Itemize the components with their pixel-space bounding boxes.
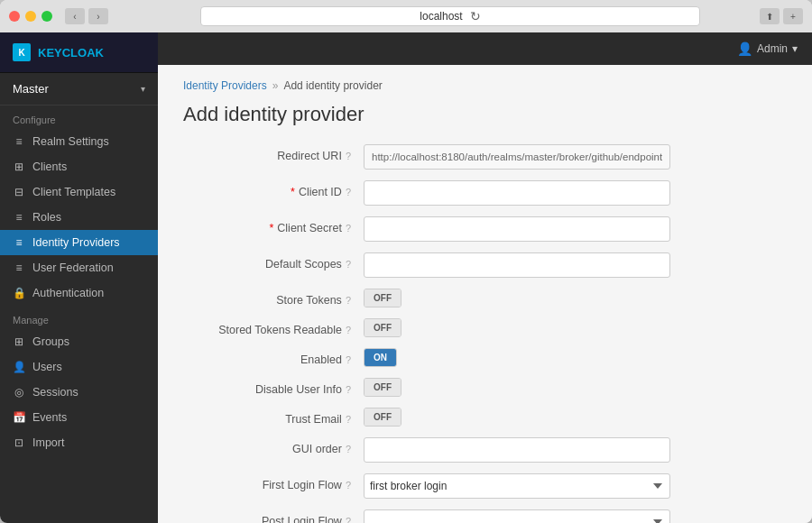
configure-section-label: Configure [0,106,158,129]
post-login-flow-select[interactable] [364,509,670,523]
admin-menu[interactable]: 👤 Admin ▾ [737,41,798,56]
sidebar-item-label: Identity Providers [32,236,120,249]
realm-selector[interactable]: Master ▾ [0,73,158,106]
realm-settings-icon: ≡ [13,135,25,148]
client-secret-row: * Client Secret ? [183,216,787,242]
stored-tokens-readable-label: Stored Tokens Readable ? [183,318,364,336]
default-scopes-help-icon[interactable]: ? [346,259,351,270]
sidebar-header: K KEYCLOAK [0,32,158,73]
client-secret-help-icon[interactable]: ? [346,223,351,234]
gui-order-input[interactable] [364,437,670,463]
enabled-help-icon[interactable]: ? [346,354,351,365]
client-id-control [364,180,787,206]
trust-email-help-icon[interactable]: ? [346,414,351,425]
sidebar-item-label: Events [32,411,67,424]
disable-user-info-help-icon[interactable]: ? [346,384,351,395]
redirect-uri-input[interactable] [364,144,670,170]
stored-tokens-help-icon[interactable]: ? [346,325,351,335]
page-title: Add identity provider [183,103,787,126]
sidebar-item-realm-settings[interactable]: ≡ Realm Settings [0,129,158,154]
identity-providers-icon: ≡ [13,236,25,249]
breadcrumb-link[interactable]: Identity Providers [183,79,267,92]
back-button[interactable]: ‹ [65,8,85,24]
sidebar-item-users[interactable]: 👤 Users [0,354,158,380]
gui-order-help-icon[interactable]: ? [346,444,351,454]
stored-tokens-readable-toggle[interactable]: OFF [364,318,401,337]
minimize-button[interactable] [25,11,36,22]
client-id-row: * Client ID ? [183,180,787,206]
realm-name: Master [13,82,49,96]
roles-icon: ≡ [13,211,25,224]
maximize-button[interactable] [42,11,52,22]
redirect-uri-label: Redirect URI ? [183,144,364,162]
logo-icon: K [13,43,31,61]
disable-user-info-toggle[interactable]: OFF [364,378,401,397]
keycloak-logo: KEYCLOAK [38,46,104,60]
default-scopes-label: Default Scopes ? [183,252,364,271]
disable-user-info-row: Disable User Info ? OFF [183,378,787,397]
sidebar-item-label: Client Templates [32,186,115,198]
redirect-uri-help-icon[interactable]: ? [346,151,351,161]
sidebar-item-groups[interactable]: ⊞ Groups [0,329,158,354]
admin-label: Admin [757,42,788,55]
stored-tokens-readable-control: OFF [364,318,787,337]
sessions-icon: ◎ [13,386,25,399]
sidebar-item-label: Roles [32,211,61,224]
identity-provider-form: Redirect URI ? * Client ID ? [183,144,787,523]
store-tokens-toggle[interactable]: OFF [364,289,401,307]
client-id-input[interactable] [364,180,670,206]
client-secret-control [364,216,787,242]
stored-tokens-readable-row: Stored Tokens Readable ? OFF [183,318,787,337]
default-scopes-row: Default Scopes ? [183,252,787,278]
sidebar-item-client-templates[interactable]: ⊟ Client Templates [0,179,158,205]
refresh-icon[interactable]: ↻ [470,9,481,23]
enabled-control: ON [364,348,787,367]
sidebar-item-authentication[interactable]: 🔒 Authentication [0,280,158,306]
client-id-help-icon[interactable]: ? [346,187,351,197]
client-secret-input[interactable] [364,216,670,242]
trust-email-toggle[interactable]: OFF [364,408,401,427]
sidebar-item-label: Sessions [32,386,78,399]
post-login-flow-label: Post Login Flow ? [183,509,364,523]
sidebar: K KEYCLOAK Master ▾ Configure ≡ Realm Se… [0,32,158,523]
new-tab-button[interactable]: + [783,8,803,24]
user-federation-icon: ≡ [13,262,25,274]
enabled-toggle[interactable]: ON [364,348,397,367]
first-login-flow-select[interactable]: first broker login [364,473,670,499]
topbar: 👤 Admin ▾ [158,32,812,65]
first-login-flow-label: First Login Flow ? [183,473,364,491]
forward-button[interactable]: › [88,8,108,24]
breadcrumb-current: Add identity provider [283,79,382,92]
sidebar-item-clients[interactable]: ⊞ Clients [0,154,158,179]
sidebar-item-user-federation[interactable]: ≡ User Federation [0,255,158,280]
first-login-flow-help-icon[interactable]: ? [346,480,351,491]
sidebar-item-roles[interactable]: ≡ Roles [0,205,158,230]
post-login-flow-help-icon[interactable]: ? [346,516,351,523]
sidebar-item-label: Authentication [32,287,104,299]
sidebar-item-label: Clients [32,161,67,173]
breadcrumb-separator: » [272,79,279,92]
trust-email-label: Trust Email ? [183,408,364,426]
enabled-on: ON [364,349,396,366]
users-icon: 👤 [13,361,25,373]
post-login-flow-row: Post Login Flow ? [183,509,787,523]
sidebar-item-label: Users [32,361,62,373]
sidebar-item-identity-providers[interactable]: ≡ Identity Providers [0,230,158,255]
sidebar-item-events[interactable]: 📅 Events [0,405,158,430]
sidebar-item-label: Groups [32,335,69,348]
sidebar-item-import[interactable]: ⊡ Import [0,430,158,455]
default-scopes-input[interactable] [364,252,670,278]
import-icon: ⊡ [13,436,25,449]
gui-order-control [364,437,787,463]
close-button[interactable] [9,11,20,22]
sidebar-item-sessions[interactable]: ◎ Sessions [0,380,158,405]
store-tokens-help-icon[interactable]: ? [346,295,351,306]
url-bar[interactable]: localhost ↻ [200,6,700,26]
share-button[interactable]: ⬆ [760,8,780,24]
first-login-flow-row: First Login Flow ? first broker login [183,473,787,499]
stored-tokens-readable-off: OFF [364,319,401,336]
enabled-label: Enabled ? [183,348,364,366]
store-tokens-off: OFF [364,289,401,307]
events-icon: 📅 [13,411,25,424]
enabled-row: Enabled ? ON [183,348,787,367]
